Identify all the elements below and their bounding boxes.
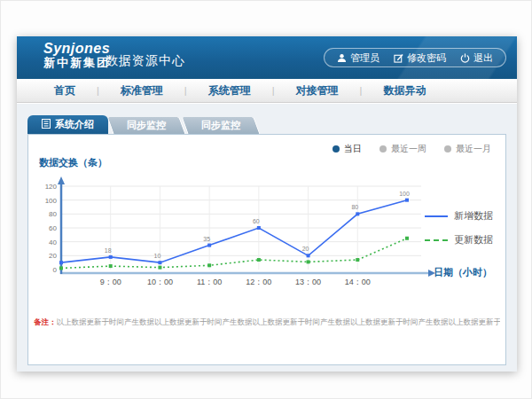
radio-label: 最近一月 <box>456 143 491 155</box>
svg-text:13：00: 13：00 <box>295 278 321 286</box>
logo-text-en: Synjones <box>43 41 110 57</box>
radio-dot-icon <box>379 145 387 153</box>
user-toolbar: 管理员 修改密码 退出 <box>324 48 506 67</box>
svg-text:9：00: 9：00 <box>100 278 121 286</box>
user-menu[interactable]: 管理员 <box>337 51 379 65</box>
radio-today[interactable]: 当日 <box>332 143 362 155</box>
legend-label: 新增数据 <box>454 209 493 223</box>
nav-item-standard-mgmt[interactable]: 标准管理 <box>99 83 184 98</box>
svg-text:100: 100 <box>45 197 58 205</box>
svg-text:80: 80 <box>49 210 57 218</box>
chart-legend: 新增数据 更新数据 <box>425 209 493 246</box>
logout-button[interactable]: 退出 <box>460 51 493 65</box>
edit-icon <box>394 53 403 63</box>
footnote-prefix: 备注： <box>34 317 57 326</box>
y-axis-label: 数据交换（条） <box>39 156 107 169</box>
svg-text:0: 0 <box>53 266 58 274</box>
document-icon <box>42 119 51 130</box>
legend-label: 更新数据 <box>454 233 493 246</box>
change-password-button[interactable]: 修改密码 <box>394 51 446 65</box>
svg-text:20: 20 <box>49 252 57 260</box>
svg-text:60: 60 <box>253 218 260 224</box>
power-icon <box>460 53 470 63</box>
svg-text:20: 20 <box>302 246 309 252</box>
svg-text:12：00: 12：00 <box>246 278 271 286</box>
app-window: Synjones 新中新集团 数据资源中心 管理员 修改密码 <box>17 36 517 372</box>
radio-label: 当日 <box>344 143 362 155</box>
svg-text:18: 18 <box>105 247 112 254</box>
nav-item-data-change[interactable]: 数据异动 <box>362 83 447 98</box>
user-icon <box>337 53 347 63</box>
svg-text:100: 100 <box>399 191 410 197</box>
svg-text:60: 60 <box>49 224 57 232</box>
main-nav: 首页 | 标准管理 | 系统管理 | 对接管理 | 数据异动 <box>17 79 517 103</box>
nav-item-system-mgmt[interactable]: 系统管理 <box>187 83 272 98</box>
radio-dot-icon <box>332 145 340 153</box>
x-axis-label: 日期（小时） <box>434 266 492 279</box>
solid-line-swatch-icon <box>425 215 448 217</box>
svg-text:120: 120 <box>45 183 58 191</box>
company-logo: Synjones 新中新集团 <box>43 41 110 69</box>
legend-item-updated-data: 更新数据 <box>425 233 493 246</box>
footnote: 备注：以上数据更新于时间产生数据以上数据更新于时间产生数据以上数据更新于时间产生… <box>34 317 500 328</box>
time-range-filter: 当日 最近一周 最近一月 <box>332 143 491 155</box>
radio-last-month[interactable]: 最近一月 <box>444 143 491 155</box>
svg-text:35: 35 <box>203 236 210 242</box>
nav-item-interface-mgmt[interactable]: 对接管理 <box>275 83 360 98</box>
radio-dot-icon <box>444 145 451 153</box>
svg-text:40: 40 <box>49 239 57 246</box>
logo-text-cn: 新中新集团 <box>43 57 110 69</box>
svg-text:14：00: 14：00 <box>345 278 371 286</box>
line-chart: 0204060801001209：0010：0011：0012：0013：001… <box>39 170 440 294</box>
legend-item-new-data: 新增数据 <box>425 209 493 223</box>
logout-label: 退出 <box>473 51 493 65</box>
tab-label: 同步监控 <box>127 119 166 132</box>
svg-text:80: 80 <box>351 204 358 210</box>
page-canvas: Synjones 新中新集团 数据资源中心 管理员 修改密码 <box>0 0 532 399</box>
tab-sync-monitor-1[interactable]: 同步监控 <box>107 117 186 134</box>
nav-item-home[interactable]: 首页 <box>33 83 97 98</box>
page-title: 数据资源中心 <box>106 53 185 69</box>
change-password-label: 修改密码 <box>407 51 446 65</box>
user-label: 管理员 <box>350 51 379 65</box>
radio-last-week[interactable]: 最近一周 <box>379 143 426 155</box>
svg-text:10：00: 10：00 <box>147 278 173 286</box>
dashed-line-swatch-icon <box>425 239 448 241</box>
tab-system-intro[interactable]: 系统介绍 <box>27 115 108 134</box>
chart-panel: 当日 最近一周 最近一月 数据交换（条） 0204060801001209：00… <box>27 134 506 365</box>
tab-label: 同步监控 <box>201 119 240 132</box>
content-area: 系统介绍 同步监控 同步监控 当日 最近一周 <box>17 104 517 372</box>
tab-bar: 系统介绍 同步监控 同步监控 <box>27 115 257 134</box>
footnote-text: 以上数据更新于时间产生数据以上数据更新于时间产生数据以上数据更新于时间产生数据以… <box>57 317 501 326</box>
tab-sync-monitor-2[interactable]: 同步监控 <box>182 117 261 134</box>
radio-label: 最近一周 <box>391 143 426 155</box>
app-header: Synjones 新中新集团 数据资源中心 管理员 修改密码 <box>17 36 517 79</box>
svg-text:10: 10 <box>154 253 161 259</box>
tab-label: 系统介绍 <box>55 118 94 131</box>
svg-text:11：00: 11：00 <box>197 278 222 286</box>
